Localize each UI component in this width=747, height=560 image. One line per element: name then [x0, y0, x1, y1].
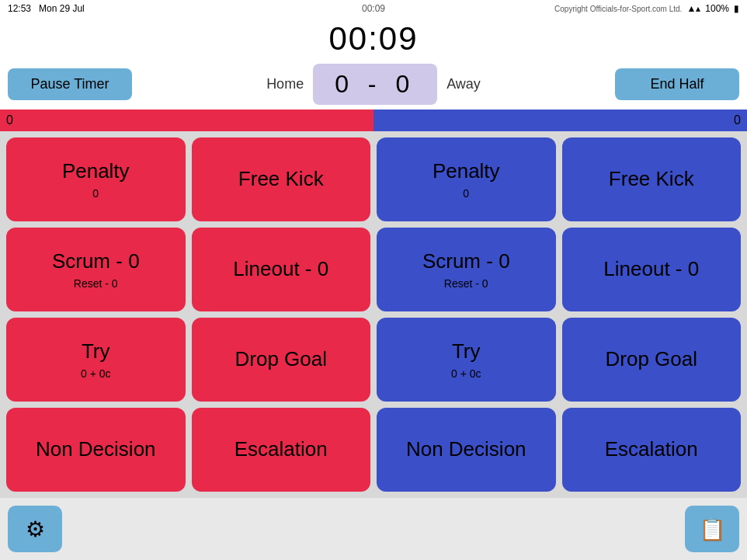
- controls-row: Pause Timer Home 0 - 0 Away End Half: [0, 59, 747, 110]
- end-half-button[interactable]: End Half: [615, 68, 739, 100]
- status-left: 12:53 Mon 29 Jul: [8, 3, 85, 14]
- penalty-home-button[interactable]: Penalty0: [6, 137, 186, 221]
- lineout-home-button[interactable]: Lineout - 0: [192, 228, 371, 311]
- drop-goal-home-button[interactable]: Drop Goal: [192, 318, 371, 402]
- lineout-away-button[interactable]: Lineout - 0: [562, 228, 742, 311]
- drop-goal-home-label: Drop Goal: [235, 346, 328, 373]
- copyright-text: Copyright Officials-for-Sport.com Ltd.: [554, 5, 682, 13]
- scrum-away-label: Scrum - 0: [422, 249, 510, 275]
- penalty-away-label: Penalty: [433, 158, 500, 185]
- escalation-away-button[interactable]: Escalation: [562, 408, 742, 492]
- lineout-away-label: Lineout - 0: [603, 256, 699, 283]
- status-time: 12:53: [8, 3, 31, 14]
- status-small-timer: 00:09: [362, 3, 385, 14]
- bottom-bar: ⚙ 📋: [0, 498, 747, 560]
- status-right: Copyright Officials-for-Sport.com Ltd. ▲…: [554, 3, 739, 14]
- progress-away: 0: [374, 110, 747, 131]
- scrum-home-sub: Reset - 0: [74, 277, 118, 290]
- try-away-label: Try: [452, 339, 481, 365]
- app-container: 00:09 Pause Timer Home 0 - 0 Away End Ha…: [0, 17, 747, 560]
- timer-display: 00:09: [0, 20, 747, 57]
- progress-bar: 0 0: [0, 110, 747, 131]
- timer-section: 00:09: [0, 17, 747, 59]
- home-label: Home: [266, 76, 304, 92]
- home-score: 0: [6, 113, 13, 127]
- non-decision-away-label: Non Decision: [406, 437, 526, 463]
- lineout-home-label: Lineout - 0: [233, 256, 328, 283]
- status-date: Mon 29 Jul: [39, 3, 85, 14]
- penalty-away-sub: 0: [463, 186, 469, 200]
- scrum-home-button[interactable]: Scrum - 0Reset - 0: [6, 228, 186, 311]
- non-decision-home-button[interactable]: Non Decision: [6, 408, 186, 492]
- grid-container: Penalty0Free KickPenalty0Free KickScrum …: [0, 131, 747, 498]
- notepad-icon: 📋: [699, 517, 726, 542]
- try-home-button[interactable]: Try0 + 0c: [6, 318, 186, 402]
- scrum-away-sub: Reset - 0: [444, 277, 488, 290]
- non-decision-home-label: Non Decision: [36, 437, 156, 463]
- away-label: Away: [446, 76, 481, 92]
- score-box: 0 - 0: [313, 64, 437, 105]
- drop-goal-away-label: Drop Goal: [606, 346, 698, 373]
- scrum-away-button[interactable]: Scrum - 0Reset - 0: [377, 228, 556, 311]
- escalation-away-label: Escalation: [605, 437, 698, 463]
- escalation-home-button[interactable]: Escalation: [192, 408, 371, 492]
- settings-button[interactable]: ⚙: [8, 506, 62, 552]
- drop-goal-away-button[interactable]: Drop Goal: [562, 318, 742, 402]
- grid: Penalty0Free KickPenalty0Free KickScrum …: [6, 137, 741, 492]
- notepad-button[interactable]: 📋: [685, 506, 739, 552]
- score-display: Home 0 - 0 Away: [266, 64, 481, 105]
- away-score: 0: [734, 113, 741, 127]
- free-kick-home-button[interactable]: Free Kick: [192, 137, 371, 221]
- battery-text: 100%: [705, 3, 729, 14]
- pause-timer-button[interactable]: Pause Timer: [8, 68, 132, 100]
- try-home-sub: 0 + 0c: [81, 367, 111, 381]
- wifi-icon: ▲▴: [686, 3, 700, 14]
- non-decision-away-button[interactable]: Non Decision: [377, 408, 556, 492]
- settings-icon: ⚙: [26, 517, 45, 542]
- status-bar: 12:53 Mon 29 Jul 00:09 Copyright Officia…: [0, 0, 747, 17]
- free-kick-home-label: Free Kick: [238, 166, 324, 193]
- try-away-sub: 0 + 0c: [451, 367, 481, 381]
- escalation-home-label: Escalation: [235, 437, 328, 463]
- free-kick-away-button[interactable]: Free Kick: [562, 137, 742, 221]
- progress-home: 0: [0, 110, 374, 131]
- try-away-button[interactable]: Try0 + 0c: [377, 318, 556, 402]
- try-home-label: Try: [82, 339, 110, 365]
- scrum-home-label: Scrum - 0: [52, 249, 140, 275]
- penalty-home-sub: 0: [92, 186, 99, 200]
- battery-icon: ▮: [734, 3, 739, 14]
- penalty-home-label: Penalty: [62, 158, 130, 185]
- penalty-away-button[interactable]: Penalty0: [377, 137, 556, 221]
- free-kick-away-label: Free Kick: [609, 166, 694, 193]
